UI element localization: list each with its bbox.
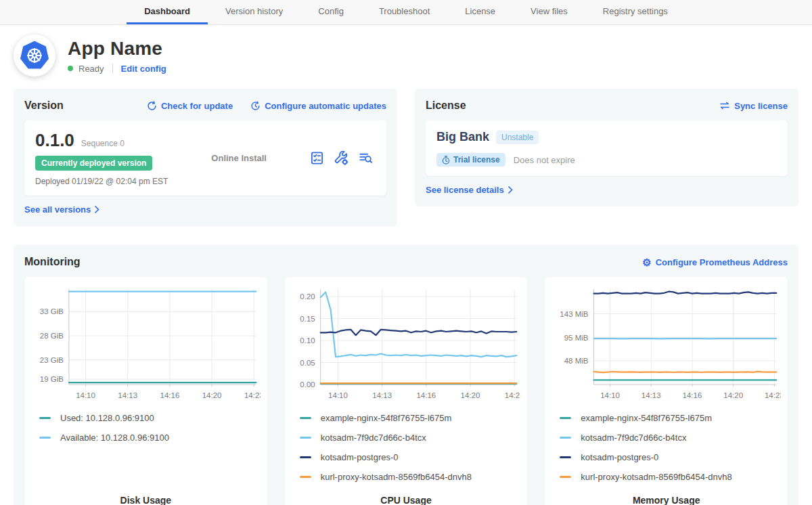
legend-swatch bbox=[560, 476, 571, 478]
tab-license[interactable]: License bbox=[447, 0, 513, 24]
monitoring-card: Monitoring ⚙ Configure Prometheus Addres… bbox=[14, 245, 798, 505]
svg-text:0.05: 0.05 bbox=[300, 359, 315, 367]
license-expiry: Does not expire bbox=[514, 155, 575, 165]
legend-swatch bbox=[560, 456, 571, 458]
legend-swatch bbox=[300, 437, 311, 439]
legend-label: Available: 10.128.0.96:9100 bbox=[60, 433, 169, 443]
sequence-label: Sequence 0 bbox=[81, 139, 125, 148]
svg-text:33 GiB: 33 GiB bbox=[40, 307, 64, 315]
see-license-details-label: See license details bbox=[426, 185, 504, 195]
preflight-checklist-icon[interactable] bbox=[310, 151, 324, 165]
monitoring-title: Monitoring bbox=[24, 256, 81, 268]
check-for-update-button[interactable]: Check for update bbox=[147, 101, 233, 111]
status-dot bbox=[68, 66, 73, 71]
refresh-icon bbox=[147, 101, 157, 111]
legend-swatch bbox=[300, 456, 311, 458]
sync-license-button[interactable]: Sync license bbox=[719, 101, 788, 111]
legend-swatch bbox=[560, 437, 571, 439]
sync-license-label: Sync license bbox=[734, 101, 788, 111]
svg-text:14:13: 14:13 bbox=[641, 391, 661, 399]
chevron-right-icon bbox=[508, 186, 513, 194]
config-wrench-icon[interactable] bbox=[334, 151, 348, 165]
configure-automatic-updates-button[interactable]: Configure automatic updates bbox=[250, 101, 386, 111]
chart-title: Memory Usage bbox=[551, 487, 781, 505]
version-card: Version Check for update Configure au bbox=[14, 89, 397, 226]
see-license-details-link[interactable]: See license details bbox=[426, 185, 513, 195]
legend-item: kurl-proxy-kotsadm-8569fb6454-dnvh8 bbox=[560, 467, 781, 487]
svg-text:14:20: 14:20 bbox=[724, 391, 744, 399]
legend-item: example-nginx-54f8f76755-l675m bbox=[560, 408, 781, 428]
chart-card-disk: 19 GiB23 GiB28 GiB33 GiB14:1014:1314:161… bbox=[24, 277, 267, 505]
tab-registry-settings[interactable]: Registry settings bbox=[585, 0, 685, 24]
legend-swatch bbox=[39, 437, 51, 439]
chart-plot-memory: 48 MiB95 MiB143 MiB14:1014:1314:1614:201… bbox=[551, 284, 781, 403]
divider bbox=[112, 64, 113, 73]
tab-label: Version history bbox=[225, 6, 283, 16]
svg-text:14:23: 14:23 bbox=[765, 391, 781, 399]
sync-arrows-icon bbox=[719, 101, 730, 110]
legend-item: example-nginx-54f8f76755-l675m bbox=[300, 408, 521, 428]
legend-swatch bbox=[300, 476, 311, 478]
legend-swatch bbox=[39, 417, 51, 419]
legend-item: Used: 10.128.0.96:9100 bbox=[39, 408, 261, 428]
legend-label: example-nginx-54f8f76755-l675m bbox=[581, 413, 712, 423]
legend-label: kotsadm-7f9dc7d66c-b4tcx bbox=[581, 433, 686, 443]
see-all-versions-link[interactable]: See all versions bbox=[24, 204, 99, 215]
svg-text:14:16: 14:16 bbox=[160, 391, 180, 399]
license-name: Big Bank bbox=[436, 130, 489, 144]
legend-label: kotsadm-postgres-0 bbox=[581, 452, 658, 462]
tab-label: Dashboard bbox=[144, 6, 190, 16]
legend-item: kotsadm-postgres-0 bbox=[560, 447, 781, 467]
schedule-refresh-icon bbox=[250, 101, 261, 111]
tab-view-files[interactable]: View files bbox=[513, 0, 585, 24]
svg-text:143 MiB: 143 MiB bbox=[560, 310, 589, 318]
svg-text:0.00: 0.00 bbox=[300, 380, 315, 389]
svg-text:14:13: 14:13 bbox=[118, 391, 137, 399]
legend-label: kurl-proxy-kotsadm-8569fb6454-dnvh8 bbox=[581, 472, 731, 482]
legend-item: kotsadm-7f9dc7d66c-b4tcx bbox=[300, 428, 521, 447]
legend-item: Available: 10.128.0.96:9100 bbox=[39, 428, 261, 447]
version-card-title: Version bbox=[24, 100, 64, 112]
tab-dashboard[interactable]: Dashboard bbox=[127, 0, 208, 24]
tab-label: Troubleshoot bbox=[379, 6, 430, 16]
legend-swatch bbox=[560, 417, 571, 419]
svg-text:14:10: 14:10 bbox=[601, 391, 621, 399]
svg-text:14:16: 14:16 bbox=[683, 391, 702, 399]
legend-label: kotsadm-7f9dc7d66c-b4tcx bbox=[321, 433, 426, 443]
svg-text:23 GiB: 23 GiB bbox=[40, 356, 64, 364]
svg-text:0.15: 0.15 bbox=[300, 315, 315, 323]
svg-text:14:13: 14:13 bbox=[372, 391, 392, 399]
view-logs-icon[interactable] bbox=[359, 151, 373, 165]
tab-label: View files bbox=[531, 6, 568, 16]
license-card: License Sync license Big Bank Unstable bbox=[415, 89, 798, 206]
series-line bbox=[594, 372, 777, 372]
tab-config[interactable]: Config bbox=[300, 0, 361, 24]
chart-card-cpu: 0.000.050.100.150.2014:1014:1314:1614:20… bbox=[285, 277, 528, 505]
tab-version-history[interactable]: Version history bbox=[208, 0, 300, 24]
chart-plot-disk: 19 GiB23 GiB28 GiB33 GiB14:1014:1314:161… bbox=[31, 284, 261, 403]
legend-item: kotsadm-postgres-0 bbox=[300, 447, 521, 467]
svg-text:14:16: 14:16 bbox=[416, 391, 436, 399]
chart-legend: example-nginx-54f8f76755-l675mkotsadm-7f… bbox=[551, 408, 781, 487]
tab-troubleshoot[interactable]: Troubleshoot bbox=[361, 0, 447, 24]
check-for-update-label: Check for update bbox=[161, 101, 233, 111]
svg-text:14:20: 14:20 bbox=[202, 391, 222, 399]
top-nav: Dashboard Version history Config Trouble… bbox=[0, 0, 812, 25]
chart-card-memory: 48 MiB95 MiB143 MiB14:1014:1314:1614:201… bbox=[545, 277, 788, 505]
trial-license-badge: Trial license bbox=[436, 153, 505, 167]
install-type-label: Online Install bbox=[168, 153, 310, 163]
series-line bbox=[320, 292, 516, 357]
trial-license-label: Trial license bbox=[453, 155, 500, 164]
configure-prometheus-button[interactable]: ⚙ Configure Prometheus Address bbox=[642, 257, 788, 267]
chevron-right-icon bbox=[95, 206, 99, 213]
svg-text:19 GiB: 19 GiB bbox=[40, 375, 64, 383]
kubernetes-helm-wheel-icon bbox=[19, 40, 50, 71]
svg-text:14:23: 14:23 bbox=[504, 391, 520, 399]
see-all-versions-label: See all versions bbox=[24, 204, 91, 215]
app-logo bbox=[14, 35, 55, 76]
app-header: App Name Ready Edit config bbox=[14, 25, 798, 89]
legend-label: kotsadm-postgres-0 bbox=[321, 452, 399, 462]
edit-config-link[interactable]: Edit config bbox=[121, 64, 166, 74]
svg-text:14:20: 14:20 bbox=[460, 391, 480, 399]
legend-label: example-nginx-54f8f76755-l675m bbox=[321, 413, 452, 423]
